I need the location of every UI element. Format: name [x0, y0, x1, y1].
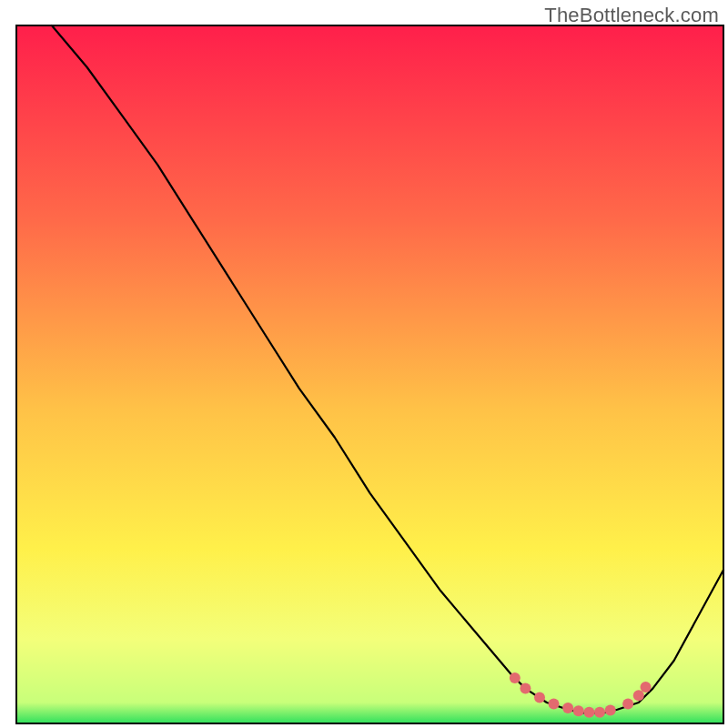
gradient-background — [16, 25, 723, 723]
marker-dot — [622, 699, 633, 710]
marker-dot — [583, 707, 594, 718]
bottleneck-chart — [0, 0, 728, 728]
marker-dot — [510, 672, 521, 683]
watermark-text: TheBottleneck.com — [544, 4, 719, 27]
chart-stage: TheBottleneck.com — [0, 0, 728, 728]
marker-dot — [562, 703, 573, 713]
marker-dot — [641, 682, 652, 693]
marker-dot — [605, 704, 616, 715]
marker-dot — [549, 699, 560, 710]
marker-dot — [633, 690, 644, 701]
marker-dot — [573, 705, 584, 716]
marker-dot — [520, 683, 531, 694]
marker-dot — [534, 693, 545, 703]
marker-dot — [594, 707, 605, 718]
